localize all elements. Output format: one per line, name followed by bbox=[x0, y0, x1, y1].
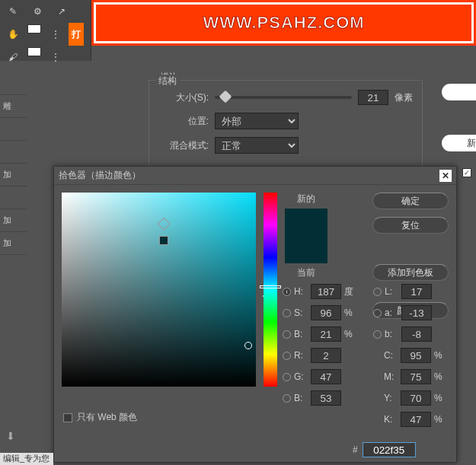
radio-a[interactable] bbox=[373, 309, 382, 317]
stroke-panel: 描边 结构 大小(S): 像素 位置: 外部 混合模式: 正常 bbox=[141, 72, 430, 164]
r-input[interactable] bbox=[311, 348, 341, 363]
list-item[interactable] bbox=[0, 141, 27, 164]
c-input[interactable] bbox=[401, 348, 431, 363]
banner: WWW.PSAHZ.COM bbox=[91, 0, 476, 46]
structure-label: 结构 bbox=[155, 75, 180, 88]
dialog-title: 拾色器（描边颜色） bbox=[59, 169, 439, 182]
bb-input[interactable] bbox=[311, 390, 341, 406]
a-input[interactable] bbox=[401, 305, 432, 320]
new-button[interactable]: 新建 bbox=[442, 135, 476, 151]
list-item[interactable]: 加 bbox=[0, 164, 27, 186]
side-checkbox[interactable]: ✓ bbox=[462, 167, 476, 177]
s-input[interactable] bbox=[311, 305, 341, 320]
ok-button[interactable]: 确定 bbox=[372, 193, 449, 209]
list-item[interactable] bbox=[0, 72, 27, 95]
list-item[interactable]: 加 bbox=[0, 232, 27, 255]
hex-label: # bbox=[353, 444, 358, 455]
arrow-icon[interactable]: ↗ bbox=[52, 2, 72, 21]
list-item[interactable]: 加 bbox=[0, 209, 27, 232]
list-item[interactable] bbox=[0, 186, 27, 209]
cube-icon[interactable] bbox=[158, 218, 171, 231]
footer-text: 编辑_专为您 bbox=[0, 453, 53, 465]
brush-icon[interactable]: ✎ bbox=[3, 2, 23, 21]
gear-icon[interactable]: ⚙ bbox=[27, 2, 47, 21]
radio-b[interactable] bbox=[283, 330, 291, 339]
dots-icon[interactable]: ⋮ bbox=[46, 24, 65, 44]
current-color-swatch bbox=[285, 236, 327, 263]
position-select[interactable]: 外部 bbox=[215, 113, 299, 129]
color-picker-dialog: 拾色器（描边颜色） ✕ ◂ 新的 当前 确定 复位 bbox=[53, 166, 457, 463]
color-swatch-icon[interactable] bbox=[27, 24, 41, 33]
size-slider[interactable] bbox=[215, 96, 352, 99]
radio-h[interactable] bbox=[283, 288, 291, 296]
orange-tool[interactable]: 打 bbox=[72, 24, 81, 44]
radio-g[interactable] bbox=[283, 373, 291, 381]
h-input[interactable] bbox=[311, 284, 341, 299]
web-only-checkbox[interactable] bbox=[63, 413, 72, 422]
left-list: 雕 加 加 加 bbox=[0, 72, 27, 415]
bv-input[interactable] bbox=[311, 326, 341, 342]
radio-s[interactable] bbox=[283, 309, 291, 317]
size-label: 大小(S): bbox=[158, 91, 209, 104]
side-buttons: 新建 bbox=[442, 84, 476, 159]
m-input[interactable] bbox=[401, 369, 431, 384]
g-input[interactable] bbox=[311, 369, 341, 384]
current-color-label: 当前 bbox=[297, 266, 315, 279]
radio-r[interactable] bbox=[283, 352, 291, 360]
hue-slider[interactable] bbox=[264, 193, 277, 387]
color-swatch2-icon[interactable] bbox=[27, 47, 41, 56]
left-toolbar: ✎ ⚙ ↗ ✋ ⋮ 打 🖌 ⋮ bbox=[0, 0, 91, 61]
web-only-label: 只有 Web 颜色 bbox=[77, 411, 137, 424]
new-color-label: 新的 bbox=[297, 193, 315, 205]
close-icon[interactable]: ✕ bbox=[439, 170, 452, 182]
size-unit: 像素 bbox=[395, 91, 413, 104]
b2-input[interactable] bbox=[401, 326, 432, 342]
side-btn-1[interactable] bbox=[442, 84, 476, 100]
size-input[interactable] bbox=[358, 90, 388, 105]
color-compare-swatch bbox=[285, 209, 327, 263]
position-label: 位置: bbox=[158, 115, 209, 128]
l-input[interactable] bbox=[401, 284, 432, 299]
add-swatch-button[interactable]: 添加到色板 bbox=[372, 264, 449, 281]
radio-b2[interactable] bbox=[373, 330, 382, 339]
blend-select[interactable]: 正常 bbox=[215, 137, 299, 154]
hand-icon[interactable]: ✋ bbox=[3, 24, 23, 44]
k-input[interactable] bbox=[401, 412, 431, 427]
new-color-swatch bbox=[285, 209, 327, 236]
brush2-icon[interactable]: 🖌 bbox=[3, 47, 23, 67]
tiny-swatch-icon[interactable] bbox=[159, 236, 168, 245]
reset-button[interactable]: 复位 bbox=[372, 217, 449, 234]
list-item[interactable] bbox=[0, 118, 27, 141]
radio-l[interactable] bbox=[373, 288, 382, 296]
download-icon[interactable]: ⬇ bbox=[6, 430, 15, 442]
banner-text: WWW.PSAHZ.COM bbox=[203, 13, 364, 33]
blend-label: 混合模式: bbox=[158, 139, 209, 152]
hex-input[interactable] bbox=[363, 442, 416, 457]
color-values: H: 度 L: S: % a: B: % b: R: bbox=[283, 281, 450, 430]
radio-bb[interactable] bbox=[283, 394, 291, 403]
dots2-icon[interactable]: ⋮ bbox=[46, 47, 65, 67]
y-input[interactable] bbox=[401, 390, 431, 406]
list-item[interactable]: 雕 bbox=[0, 95, 27, 118]
